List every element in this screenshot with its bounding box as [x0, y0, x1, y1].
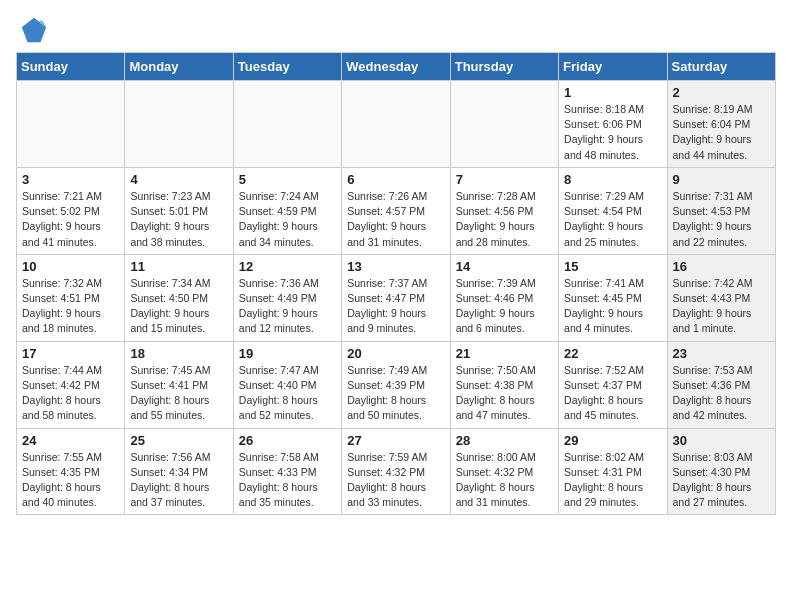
day-info: Sunrise: 7:42 AM Sunset: 4:43 PM Dayligh… — [673, 276, 770, 337]
day-info: Sunrise: 7:55 AM Sunset: 4:35 PM Dayligh… — [22, 450, 119, 511]
calendar-cell: 25Sunrise: 7:56 AM Sunset: 4:34 PM Dayli… — [125, 428, 233, 515]
day-info: Sunrise: 7:53 AM Sunset: 4:36 PM Dayligh… — [673, 363, 770, 424]
calendar-cell: 2Sunrise: 8:19 AM Sunset: 6:04 PM Daylig… — [667, 81, 775, 168]
day-info: Sunrise: 7:44 AM Sunset: 4:42 PM Dayligh… — [22, 363, 119, 424]
calendar-header: SundayMondayTuesdayWednesdayThursdayFrid… — [17, 53, 776, 81]
day-info: Sunrise: 7:28 AM Sunset: 4:56 PM Dayligh… — [456, 189, 553, 250]
day-number: 4 — [130, 172, 227, 187]
calendar-cell: 17Sunrise: 7:44 AM Sunset: 4:42 PM Dayli… — [17, 341, 125, 428]
day-number: 27 — [347, 433, 444, 448]
calendar-cell: 11Sunrise: 7:34 AM Sunset: 4:50 PM Dayli… — [125, 254, 233, 341]
calendar-cell: 30Sunrise: 8:03 AM Sunset: 4:30 PM Dayli… — [667, 428, 775, 515]
calendar-cell: 3Sunrise: 7:21 AM Sunset: 5:02 PM Daylig… — [17, 167, 125, 254]
day-number: 7 — [456, 172, 553, 187]
week-row-1: 3Sunrise: 7:21 AM Sunset: 5:02 PM Daylig… — [17, 167, 776, 254]
day-info: Sunrise: 8:00 AM Sunset: 4:32 PM Dayligh… — [456, 450, 553, 511]
day-number: 15 — [564, 259, 661, 274]
header-row: SundayMondayTuesdayWednesdayThursdayFrid… — [17, 53, 776, 81]
day-info: Sunrise: 7:41 AM Sunset: 4:45 PM Dayligh… — [564, 276, 661, 337]
day-number: 10 — [22, 259, 119, 274]
day-number: 12 — [239, 259, 336, 274]
day-info: Sunrise: 7:32 AM Sunset: 4:51 PM Dayligh… — [22, 276, 119, 337]
day-info: Sunrise: 8:18 AM Sunset: 6:06 PM Dayligh… — [564, 102, 661, 163]
calendar-cell: 28Sunrise: 8:00 AM Sunset: 4:32 PM Dayli… — [450, 428, 558, 515]
day-info: Sunrise: 7:29 AM Sunset: 4:54 PM Dayligh… — [564, 189, 661, 250]
day-number: 14 — [456, 259, 553, 274]
logo — [16, 16, 48, 40]
day-info: Sunrise: 7:37 AM Sunset: 4:47 PM Dayligh… — [347, 276, 444, 337]
day-number: 6 — [347, 172, 444, 187]
header-cell-saturday: Saturday — [667, 53, 775, 81]
calendar-cell: 8Sunrise: 7:29 AM Sunset: 4:54 PM Daylig… — [559, 167, 667, 254]
day-info: Sunrise: 7:45 AM Sunset: 4:41 PM Dayligh… — [130, 363, 227, 424]
calendar-cell: 5Sunrise: 7:24 AM Sunset: 4:59 PM Daylig… — [233, 167, 341, 254]
calendar-cell: 20Sunrise: 7:49 AM Sunset: 4:39 PM Dayli… — [342, 341, 450, 428]
calendar-cell: 7Sunrise: 7:28 AM Sunset: 4:56 PM Daylig… — [450, 167, 558, 254]
day-number: 24 — [22, 433, 119, 448]
day-number: 22 — [564, 346, 661, 361]
day-info: Sunrise: 7:47 AM Sunset: 4:40 PM Dayligh… — [239, 363, 336, 424]
calendar-cell: 12Sunrise: 7:36 AM Sunset: 4:49 PM Dayli… — [233, 254, 341, 341]
day-number: 17 — [22, 346, 119, 361]
day-number: 26 — [239, 433, 336, 448]
calendar-cell: 21Sunrise: 7:50 AM Sunset: 4:38 PM Dayli… — [450, 341, 558, 428]
calendar-cell: 29Sunrise: 8:02 AM Sunset: 4:31 PM Dayli… — [559, 428, 667, 515]
header — [16, 16, 776, 40]
calendar-cell: 22Sunrise: 7:52 AM Sunset: 4:37 PM Dayli… — [559, 341, 667, 428]
header-cell-monday: Monday — [125, 53, 233, 81]
calendar-cell — [233, 81, 341, 168]
calendar-cell: 4Sunrise: 7:23 AM Sunset: 5:01 PM Daylig… — [125, 167, 233, 254]
day-number: 3 — [22, 172, 119, 187]
day-number: 9 — [673, 172, 770, 187]
week-row-2: 10Sunrise: 7:32 AM Sunset: 4:51 PM Dayli… — [17, 254, 776, 341]
calendar-cell: 26Sunrise: 7:58 AM Sunset: 4:33 PM Dayli… — [233, 428, 341, 515]
day-info: Sunrise: 7:56 AM Sunset: 4:34 PM Dayligh… — [130, 450, 227, 511]
calendar-cell: 14Sunrise: 7:39 AM Sunset: 4:46 PM Dayli… — [450, 254, 558, 341]
week-row-0: 1Sunrise: 8:18 AM Sunset: 6:06 PM Daylig… — [17, 81, 776, 168]
day-info: Sunrise: 7:39 AM Sunset: 4:46 PM Dayligh… — [456, 276, 553, 337]
day-info: Sunrise: 7:21 AM Sunset: 5:02 PM Dayligh… — [22, 189, 119, 250]
calendar-cell: 6Sunrise: 7:26 AM Sunset: 4:57 PM Daylig… — [342, 167, 450, 254]
day-info: Sunrise: 7:26 AM Sunset: 4:57 PM Dayligh… — [347, 189, 444, 250]
header-cell-tuesday: Tuesday — [233, 53, 341, 81]
day-number: 25 — [130, 433, 227, 448]
day-number: 23 — [673, 346, 770, 361]
calendar-table: SundayMondayTuesdayWednesdayThursdayFrid… — [16, 52, 776, 515]
header-cell-wednesday: Wednesday — [342, 53, 450, 81]
day-info: Sunrise: 7:36 AM Sunset: 4:49 PM Dayligh… — [239, 276, 336, 337]
day-number: 29 — [564, 433, 661, 448]
day-number: 19 — [239, 346, 336, 361]
day-info: Sunrise: 8:19 AM Sunset: 6:04 PM Dayligh… — [673, 102, 770, 163]
day-number: 16 — [673, 259, 770, 274]
calendar-cell: 19Sunrise: 7:47 AM Sunset: 4:40 PM Dayli… — [233, 341, 341, 428]
day-info: Sunrise: 8:02 AM Sunset: 4:31 PM Dayligh… — [564, 450, 661, 511]
calendar-cell: 9Sunrise: 7:31 AM Sunset: 4:53 PM Daylig… — [667, 167, 775, 254]
day-info: Sunrise: 7:52 AM Sunset: 4:37 PM Dayligh… — [564, 363, 661, 424]
calendar-cell: 27Sunrise: 7:59 AM Sunset: 4:32 PM Dayli… — [342, 428, 450, 515]
day-info: Sunrise: 7:31 AM Sunset: 4:53 PM Dayligh… — [673, 189, 770, 250]
calendar-cell — [125, 81, 233, 168]
header-cell-friday: Friday — [559, 53, 667, 81]
calendar-cell — [450, 81, 558, 168]
day-number: 21 — [456, 346, 553, 361]
logo-icon — [20, 16, 48, 44]
day-number: 28 — [456, 433, 553, 448]
week-row-4: 24Sunrise: 7:55 AM Sunset: 4:35 PM Dayli… — [17, 428, 776, 515]
day-info: Sunrise: 7:58 AM Sunset: 4:33 PM Dayligh… — [239, 450, 336, 511]
day-info: Sunrise: 7:59 AM Sunset: 4:32 PM Dayligh… — [347, 450, 444, 511]
day-info: Sunrise: 7:23 AM Sunset: 5:01 PM Dayligh… — [130, 189, 227, 250]
week-row-3: 17Sunrise: 7:44 AM Sunset: 4:42 PM Dayli… — [17, 341, 776, 428]
day-number: 20 — [347, 346, 444, 361]
calendar-cell: 10Sunrise: 7:32 AM Sunset: 4:51 PM Dayli… — [17, 254, 125, 341]
calendar-cell: 24Sunrise: 7:55 AM Sunset: 4:35 PM Dayli… — [17, 428, 125, 515]
day-number: 18 — [130, 346, 227, 361]
day-info: Sunrise: 7:50 AM Sunset: 4:38 PM Dayligh… — [456, 363, 553, 424]
header-cell-thursday: Thursday — [450, 53, 558, 81]
calendar-body: 1Sunrise: 8:18 AM Sunset: 6:06 PM Daylig… — [17, 81, 776, 515]
calendar-cell: 18Sunrise: 7:45 AM Sunset: 4:41 PM Dayli… — [125, 341, 233, 428]
day-number: 11 — [130, 259, 227, 274]
day-number: 30 — [673, 433, 770, 448]
calendar-cell — [342, 81, 450, 168]
day-number: 5 — [239, 172, 336, 187]
calendar-cell — [17, 81, 125, 168]
